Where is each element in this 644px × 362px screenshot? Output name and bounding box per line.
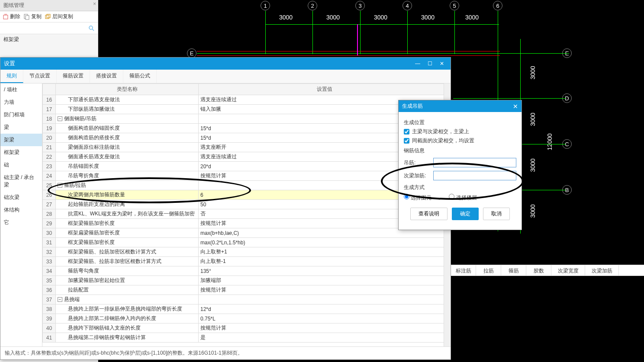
category-item[interactable]: 梁 <box>0 121 42 134</box>
close-button[interactable]: ✕ <box>437 59 447 68</box>
category-item[interactable]: 框架梁 <box>0 146 42 159</box>
table-row[interactable]: 27起始箍筋距支座边的距离50 <box>43 200 451 209</box>
column-header[interactable]: 标注筋 <box>451 265 476 276</box>
svg-rect-3 <box>26 16 29 19</box>
row-value[interactable]: 0.75*L <box>199 314 451 324</box>
table-row[interactable]: 21梁侧面原位标注筋做法遇支座断开 <box>43 143 451 152</box>
layer-copy-icon <box>45 14 51 20</box>
search-row <box>0 22 98 34</box>
delete-button[interactable]: 删除 <box>3 13 20 20</box>
maximize-button[interactable]: ☐ <box>425 59 435 68</box>
category-item[interactable]: / 墙柱 <box>0 83 42 96</box>
table-row[interactable]: 25−箍筋/拉筋 <box>43 181 451 190</box>
category-item[interactable]: 础主梁 / 承台梁 <box>0 171 42 191</box>
table-row[interactable]: 26次梁两侧共增加箍筋数量6 <box>43 190 451 200</box>
table-row[interactable]: 29框架梁箍筋加密长度按规范计算 <box>43 219 451 228</box>
ok-button[interactable]: 确定 <box>452 208 479 220</box>
table-row[interactable]: 24吊筋弯折角度按规范计算 <box>43 171 451 181</box>
category-item[interactable]: 力墙 <box>0 96 42 109</box>
row-value[interactable]: 向上取整+1 <box>199 247 451 257</box>
row-name: 侧面构造筋的搭接长度 <box>56 133 199 143</box>
row-value[interactable]: 加腋端部 <box>199 276 451 285</box>
category-item[interactable]: 架梁 <box>0 134 42 146</box>
row-value[interactable]: 按规范计算 <box>199 285 451 295</box>
column-header[interactable]: 次梁加筋 <box>585 265 619 276</box>
row-name: 悬挑端第二排钢筋按弯起钢筋计算 <box>56 333 199 343</box>
table-row[interactable]: 33框架梁箍筋、拉筋非加密区根数计算方式向上取整-1 <box>43 257 451 266</box>
table-row[interactable]: 20侧面构造筋的搭接长度15*d <box>43 133 451 143</box>
delete-icon <box>3 14 9 20</box>
gen-close-icon[interactable]: ✕ <box>513 103 518 110</box>
table-row[interactable]: 32框架梁箍筋、拉筋加密区根数计算方式向上取整+1 <box>43 247 451 257</box>
collapse-icon[interactable]: − <box>58 116 62 121</box>
radio-select-floor[interactable]: 选择楼层 <box>449 194 477 202</box>
search-icon[interactable] <box>88 25 94 32</box>
copy-button[interactable]: 复制 <box>24 13 42 20</box>
gen-titlebar[interactable]: 生成吊筋 ✕ <box>399 100 522 112</box>
table-row[interactable]: 39悬挑跨上部第二排钢筋伸入跨内的长度0.75*L <box>43 314 451 324</box>
table-row[interactable]: 23吊筋锚固长度20*d <box>43 162 451 171</box>
row-name: 侧面构造筋的锚固长度 <box>56 124 199 133</box>
category-item[interactable]: 防门框墙 <box>0 109 42 121</box>
column-header[interactable]: 次梁宽度 <box>551 265 585 276</box>
layer-copy-button[interactable]: 层间复制 <box>45 13 73 20</box>
tab-4[interactable]: 箍筋公式 <box>123 70 157 83</box>
tree-item[interactable]: 框架梁 <box>0 34 98 45</box>
column-header[interactable]: 拉筋 <box>476 265 501 276</box>
row-name: −箍筋/拉筋 <box>56 181 199 190</box>
radio-select-element[interactable]: 选择图元 <box>404 194 431 202</box>
table-row[interactable]: 38悬挑跨上部第一排纵筋伸至悬挑跨端部的弯折长度12*d <box>43 304 451 314</box>
table-row[interactable]: 22侧面通长筋遇支座做法遇支座连续通过 <box>43 152 451 162</box>
column-header[interactable]: 箍筋 <box>501 265 526 276</box>
table-row[interactable]: 40悬挑跨下部钢筋锚入支座的长度按规范计算 <box>43 324 451 333</box>
collapse-icon[interactable]: − <box>58 183 62 188</box>
table-row[interactable]: 28抗震KL、WKL端支座为梁时，则在该支座一侧箍筋加密否 <box>43 209 451 219</box>
field-ciliang-input[interactable] <box>433 171 516 180</box>
category-item[interactable]: 它 <box>0 216 42 229</box>
view-desc-button[interactable]: 查看说明 <box>410 208 448 220</box>
table-row[interactable]: 41悬挑端第二排钢筋按弯起钢筋计算是 <box>43 333 451 343</box>
table-row[interactable]: 37−悬挑端 <box>43 295 451 304</box>
row-value[interactable]: max(0.2*Ln,1.5*hb) <box>199 238 451 247</box>
table-wrap[interactable]: 类型名称 设置值 16下部通长筋遇支座做法遇支座连续通过17下部纵筋遇加腋做法锚… <box>42 83 451 346</box>
dialog-titlebar[interactable]: 设置 — ☐ ✕ <box>0 58 451 70</box>
tabs-row: 规则节点设置箍筋设置搭接设置箍筋公式 <box>0 70 451 83</box>
row-number: 24 <box>43 171 56 181</box>
tab-1[interactable]: 节点设置 <box>23 70 57 83</box>
collapse-icon[interactable]: − <box>58 297 62 302</box>
table-row[interactable]: 35加腋梁箍筋加密起始位置加腋端部 <box>43 276 451 285</box>
row-value[interactable]: 是 <box>199 333 451 343</box>
row-value[interactable]: 135° <box>199 266 451 276</box>
tab-2[interactable]: 箍筋设置 <box>57 70 90 83</box>
check-same-section[interactable] <box>404 138 409 144</box>
row-name: 下部纵筋遇加腋做法 <box>56 105 199 114</box>
row-value[interactable]: 12*d <box>199 304 451 314</box>
check-main-sub[interactable] <box>404 129 409 135</box>
row-value[interactable]: 按规范计算 <box>199 324 451 333</box>
category-tree: / 墙柱力墙防门框墙梁架梁框架梁础础主梁 / 承台梁础次梁体结构它 <box>0 83 42 346</box>
column-header[interactable]: 胶数 <box>526 265 551 276</box>
row-number: 28 <box>43 209 56 219</box>
table-row[interactable]: 31框支梁箍筋加密长度max(0.2*Ln,1.5*hb) <box>43 238 451 247</box>
tab-0[interactable]: 规则 <box>0 70 23 83</box>
table-row[interactable]: 17下部纵筋遇加腋做法锚入加腋 <box>43 105 451 114</box>
axis-left-e: E <box>187 48 196 58</box>
row-number: 31 <box>43 238 56 247</box>
table-row[interactable]: 36拉筋配置按规范计算 <box>43 285 451 295</box>
table-row[interactable]: 30框架扁梁箍筋加密长度max(b+hb,lae,C) <box>43 228 451 238</box>
field-diaojin-input[interactable] <box>433 158 516 167</box>
category-item[interactable]: 础 <box>0 159 42 171</box>
table-row[interactable]: 16下部通长筋遇支座做法遇支座连续通过 <box>43 95 451 105</box>
table-row[interactable]: 18−侧面钢筋/吊筋 <box>43 114 451 124</box>
close-icon[interactable]: × <box>93 1 96 7</box>
table-row[interactable]: 34箍筋弯勾角度135° <box>43 266 451 276</box>
minimize-button[interactable]: — <box>412 59 423 68</box>
row-value[interactable]: 向上取整-1 <box>199 257 451 266</box>
table-row[interactable]: 19侧面构造筋的锚固长度15*d <box>43 124 451 133</box>
search-input[interactable] <box>2 24 96 32</box>
tab-3[interactable]: 搭接设置 <box>90 70 123 83</box>
category-item[interactable]: 础次梁 <box>0 191 42 204</box>
cancel-button[interactable]: 取消 <box>483 208 510 220</box>
category-item[interactable]: 体结构 <box>0 204 42 216</box>
row-value[interactable] <box>199 295 451 304</box>
